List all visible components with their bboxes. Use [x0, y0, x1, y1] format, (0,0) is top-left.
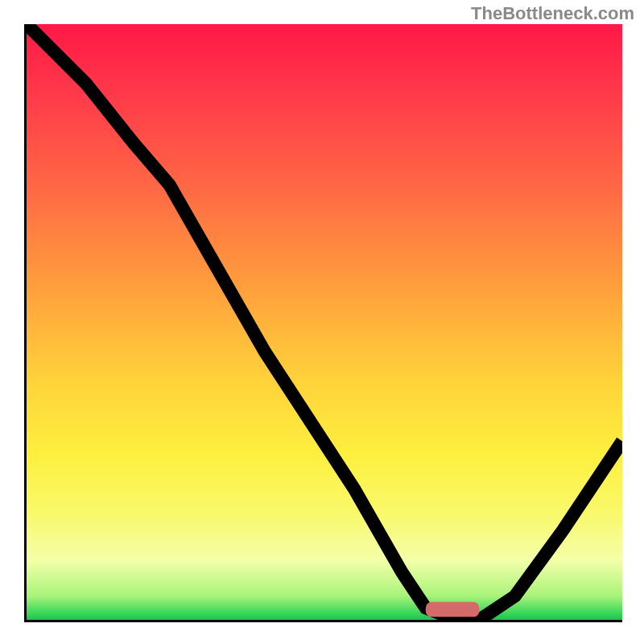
bottleneck-curve [27, 24, 622, 620]
optimal-marker [426, 602, 480, 617]
chart-svg [27, 24, 622, 620]
chart-container: TheBottleneck.com [0, 0, 644, 644]
plot-area [24, 24, 622, 622]
attribution-label: TheBottleneck.com [471, 3, 634, 24]
